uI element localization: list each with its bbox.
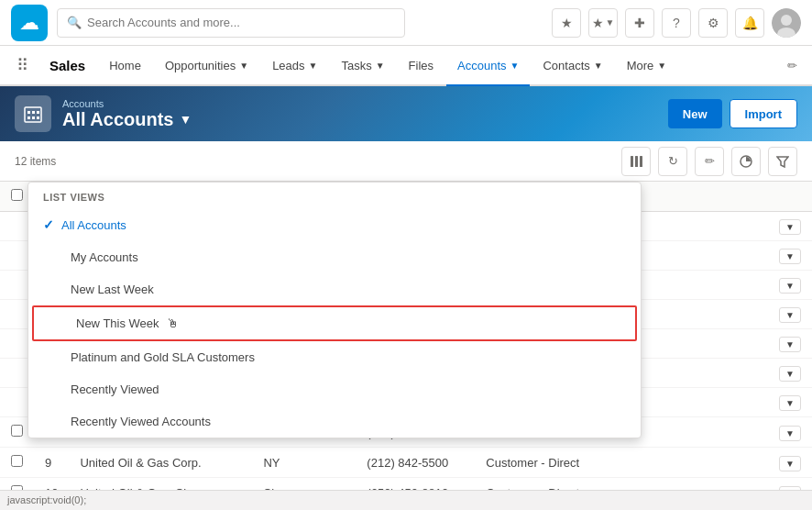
row-action-dropdown-button[interactable]: ▼ [779,426,801,441]
search-input[interactable] [87,16,395,29]
row-action-cell: ▼ [768,212,812,241]
chevron-down-icon: ▼ [657,61,666,71]
list-view-item-1[interactable]: My Accounts [28,241,641,273]
row-action-cell: ▼ [768,329,812,359]
nav-contacts-label: Contacts [543,59,589,72]
top-navigation: ☁ 🔍 ★ ★▼ ✚ ? ⚙ 🔔 [0,0,812,46]
favorites-dropdown-button[interactable]: ★▼ [588,8,618,38]
cursor-icon: 🖱 [167,316,179,330]
list-view-item-6[interactable]: Recently Viewed Accounts [28,405,641,438]
breadcrumb[interactable]: Accounts [62,98,657,109]
favorites-button[interactable]: ★ [552,8,581,38]
nav-contacts[interactable]: Contacts▼ [532,46,613,86]
avatar[interactable] [772,8,801,38]
row-action-dropdown-button[interactable]: ▼ [779,366,801,382]
row-action-dropdown-button[interactable]: ▼ [779,307,801,323]
billing-state-cell: NY [252,448,356,478]
cloud-icon: ☁ [19,11,39,35]
edit-list-button[interactable]: ✏ [695,147,724,176]
row-action-cell: ▼ [768,271,812,300]
help-button[interactable]: ? [662,8,691,38]
chevron-down-icon: ▼ [510,61,520,71]
edit-nav-button[interactable]: ✏ [780,45,805,85]
item-count-label: 12 items [15,155,56,168]
svg-rect-13 [640,156,642,167]
row-checkbox[interactable] [11,455,23,467]
nav-files[interactable]: Files [398,46,444,86]
row-action-cell: ▼ [768,359,812,388]
dropdown-section-header: LIST VIEWS [28,183,641,208]
row-action-dropdown-button[interactable]: ▼ [779,395,801,411]
account-type-cell: Customer - Direct [475,448,768,478]
list-view-item-3[interactable]: New This Week🖱 [32,305,637,341]
nav-accounts-label: Accounts [457,59,506,72]
settings-button[interactable]: ⚙ [698,8,728,38]
list-view-item-label: All Accounts [61,218,126,232]
status-text: javascript:void(0); [7,494,86,505]
nav-files-label: Files [409,59,433,72]
list-view-item-label: New Last Week [71,283,154,296]
import-button[interactable]: Import [730,99,797,128]
salesforce-logo[interactable]: ☁ [11,5,48,41]
filter-icon [776,155,789,168]
row-action-dropdown-button[interactable]: ▼ [779,337,801,352]
row-action-cell: ▼ [768,300,812,329]
list-view-item-5[interactable]: Recently Viewed [28,373,641,405]
list-view-item-label: Recently Viewed Accounts [71,415,211,428]
svg-rect-4 [27,111,30,114]
row-action-dropdown-button[interactable]: ▼ [779,278,801,294]
col-action-header [768,182,812,212]
row-action-dropdown-button[interactable]: ▼ [779,456,801,471]
list-view-item-0[interactable]: ✓All Accounts [28,208,641,241]
search-bar[interactable]: 🔍 [57,8,405,38]
list-view-item-4[interactable]: Platinum and Gold SLA Customers [28,341,641,373]
add-button[interactable]: ✚ [625,8,654,38]
new-button[interactable]: New [668,99,722,128]
notification-button[interactable]: 🔔 [735,8,764,38]
list-view-dropdown: LIST VIEWS ✓All AccountsMy AccountsNew L… [27,182,642,438]
nav-more[interactable]: More▼ [616,46,678,86]
list-view-item-label: Platinum and Gold SLA Customers [71,350,255,364]
account-name-cell[interactable]: United Oil & Gas Corp. [69,448,252,478]
list-view-item-label: Recently Viewed [71,382,159,396]
page-title: All Accounts [62,109,174,130]
grid-menu-button[interactable]: ⠿ [7,50,37,80]
title-dropdown-chevron[interactable]: ▼ [180,112,192,127]
nav-more-label: More [627,59,654,72]
nav-leads[interactable]: Leads▼ [261,46,328,86]
table-row: 9United Oil & Gas Corp.NY(212) 842-5500C… [0,448,812,478]
app-navigation: ⠿ Sales Home Opportunities▼ Leads▼ Tasks… [0,46,812,86]
list-view-item-label: My Accounts [71,250,138,264]
nav-home[interactable]: Home [98,46,152,86]
accounts-icon [15,95,51,132]
header-actions: New Import [668,99,797,128]
svg-rect-11 [631,156,633,167]
row-action-dropdown-button[interactable]: ▼ [779,219,801,235]
nav-opportunities[interactable]: Opportunities▼ [154,46,259,86]
row-action-dropdown-button[interactable]: ▼ [779,249,801,264]
chart-icon [740,155,752,168]
chevron-down-icon: ▼ [239,61,248,71]
chevron-down-icon: ▼ [594,61,603,71]
column-chooser-button[interactable] [621,147,651,176]
row-action-cell: ▼ [768,388,812,417]
svg-rect-9 [37,116,39,119]
columns-icon [630,155,642,168]
nav-tasks-label: Tasks [341,59,371,72]
avatar-icon [772,8,801,38]
select-all-checkbox[interactable] [11,189,23,201]
chart-button[interactable] [731,147,761,176]
page-header: Accounts All Accounts ▼ New Import [0,86,812,141]
nav-accounts[interactable]: Accounts▼ [446,46,530,86]
phone-cell: (212) 842-5500 [356,448,475,478]
refresh-button[interactable]: ↻ [658,147,687,176]
nav-leads-label: Leads [272,59,304,72]
row-action-cell: ▼ [768,417,812,448]
list-view-item-2[interactable]: New Last Week [28,273,641,305]
filter-button[interactable] [768,147,797,176]
nav-tasks[interactable]: Tasks▼ [330,46,395,86]
svg-point-1 [781,15,792,26]
svg-rect-5 [32,111,35,114]
row-checkbox[interactable] [11,425,23,437]
app-name-label: Sales [38,58,96,73]
